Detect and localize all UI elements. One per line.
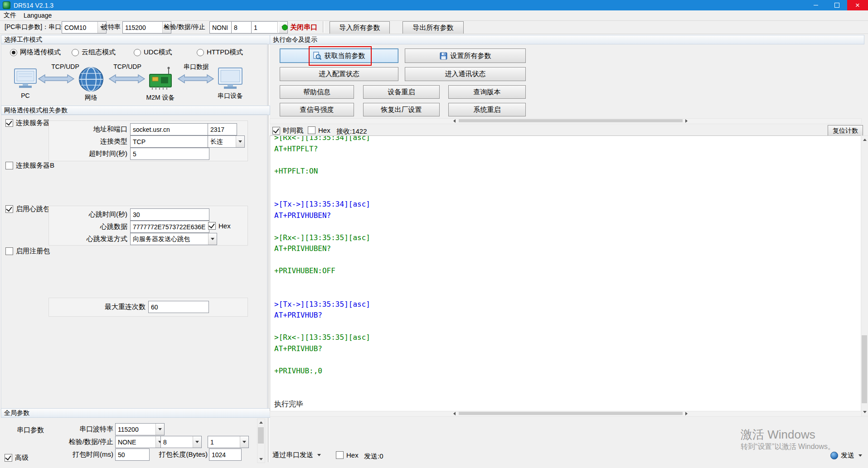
chevron-down-icon <box>317 454 321 456</box>
server-address-input[interactable]: socket.usr.cn <box>130 123 209 135</box>
maximize-button[interactable] <box>826 0 847 10</box>
radio-httpd-mode[interactable]: HTTPD模式 <box>197 48 243 57</box>
log-h-scrollbar[interactable] <box>270 411 862 417</box>
server-a-checkbox[interactable]: 连接服务器A <box>5 119 54 127</box>
conn-type-select[interactable]: TCP <box>130 135 217 148</box>
import-all-params-button[interactable]: 导入所有参数 <box>330 21 390 34</box>
radio-icon <box>72 49 79 56</box>
pack-len-label: 打包长度(Bytes) <box>154 450 208 459</box>
log-line <box>274 177 859 188</box>
log-line <box>274 221 859 232</box>
close-port-button[interactable]: 关闭串口 <box>290 23 317 32</box>
log-line: +PRIVHUB:,0 <box>274 366 859 377</box>
log-line <box>274 376 859 388</box>
get-current-params-button[interactable]: 获取当前参数 <box>280 48 398 63</box>
log-line: >[Rx<-][13:35:34][asc] <box>274 135 859 144</box>
commands-h-scrollbar[interactable] <box>270 118 862 124</box>
g-stopbits-select[interactable]: 1 <box>208 436 249 448</box>
register-checkbox[interactable]: 启用注册包 <box>5 247 50 256</box>
radio-icon <box>134 49 141 56</box>
hb-hex-checkbox[interactable]: Hex <box>208 222 231 230</box>
global-params-scrollbar[interactable] <box>257 419 265 463</box>
g-databits-select[interactable]: 8 <box>160 436 202 448</box>
hb-data-input[interactable]: 7777772E7573722E636E <box>130 221 209 233</box>
factory-reset-button[interactable]: 恢复出厂设置 <box>363 103 440 116</box>
log-lines: >[Rx<-][13:35:34][asc]AT+HTPFLT? +HTPFLT… <box>274 135 859 410</box>
help-badge-icon[interactable] <box>830 452 838 459</box>
log-line <box>274 388 859 399</box>
app-icon <box>3 1 10 9</box>
send-via-serial-dropdown[interactable]: 通过串口发送 <box>272 451 321 459</box>
conn-type-label: 连接类型 <box>51 137 127 146</box>
minimize-icon <box>814 5 818 5</box>
chevron-down-icon[interactable] <box>240 436 248 448</box>
enter-config-button[interactable]: 进入配置状态 <box>280 67 398 81</box>
hb-mode-select[interactable]: 向服务器发送心跳包 <box>130 233 217 245</box>
device-restart-button[interactable]: 设备重启 <box>363 85 440 99</box>
chevron-down-icon <box>858 454 862 457</box>
export-all-params-button[interactable]: 导出所有参数 <box>402 21 464 34</box>
checkbox-icon <box>5 119 13 127</box>
hb-time-input[interactable]: 30 <box>130 208 209 221</box>
server-b-checkbox[interactable]: 连接服务器B <box>5 161 54 170</box>
radio-udc-mode[interactable]: UDC模式 <box>134 48 172 57</box>
timeout-label: 超时时间(秒) <box>51 150 127 158</box>
log-line <box>274 288 859 299</box>
menu-file[interactable]: 文件 <box>0 10 20 20</box>
pack-len-input[interactable]: 1024 <box>209 449 242 461</box>
g-baud-select[interactable]: 115200 <box>115 423 165 435</box>
com-port-select[interactable]: COM10 <box>62 21 107 34</box>
log-v-scrollbar[interactable] <box>861 135 868 416</box>
log-area[interactable]: >[Rx<-][13:35:34][asc]AT+HTPFLT? +HTPFLT… <box>270 135 862 411</box>
menu-language[interactable]: Language <box>20 11 55 20</box>
radio-cloud-mode[interactable]: 云组态模式 <box>72 48 116 57</box>
log-line: AT+PRIVHUBEN? <box>274 243 859 255</box>
serial-data-arrow-icon <box>178 74 214 84</box>
chevron-down-icon[interactable] <box>236 136 244 147</box>
keepalive-select[interactable]: 长连 <box>208 135 245 148</box>
server-port-input[interactable]: 2317 <box>208 123 237 135</box>
log-line <box>274 188 859 199</box>
commands-header: 执行命令及提示 <box>270 35 864 44</box>
m2m-device-icon <box>148 66 173 91</box>
close-button[interactable]: × <box>847 0 868 10</box>
pack-time-input[interactable]: 50 <box>115 449 150 461</box>
set-all-params-button[interactable]: 设置所有参数 <box>405 48 526 63</box>
pc-monitor-icon <box>14 68 37 90</box>
chevron-down-icon[interactable] <box>193 436 201 448</box>
addr-label: 地址和端口 <box>51 125 127 134</box>
advanced-checkbox[interactable]: 高级 <box>5 454 29 462</box>
log-hex-checkbox[interactable]: Hex <box>308 126 330 134</box>
log-line <box>274 154 859 166</box>
system-restart-button[interactable]: 系统重启 <box>448 103 526 116</box>
minimize-button[interactable] <box>805 0 826 10</box>
checkbox-icon <box>208 222 216 230</box>
log-line: AT+HTPFLT? <box>274 144 859 155</box>
m2m-label: M2M 设备 <box>146 94 175 102</box>
reset-counter-button[interactable]: 复位计数 <box>828 125 863 136</box>
g-parity-select[interactable]: NONE <box>115 436 165 448</box>
chevron-down-icon[interactable] <box>155 424 164 435</box>
timeout-input[interactable]: 5 <box>130 148 209 160</box>
help-info-button[interactable]: 帮助信息 <box>280 85 354 99</box>
checkbox-icon <box>5 162 13 169</box>
log-line <box>274 255 859 266</box>
network-label: 网络 <box>78 94 104 102</box>
chevron-down-icon[interactable] <box>208 233 217 245</box>
global-params-header: 全局参数 <box>1 408 270 418</box>
send-button[interactable]: 发送 <box>841 451 862 460</box>
reconnect-input[interactable]: 60 <box>148 301 209 313</box>
g-baud-label: 串口波特率 <box>45 425 113 434</box>
tcp-udp-arrow-icon <box>109 74 145 84</box>
enter-comm-button[interactable]: 进入通讯状态 <box>405 67 526 81</box>
log-line: +HTPFLT:ON <box>274 166 859 177</box>
maximize-icon <box>834 3 839 8</box>
heartbeat-checkbox[interactable]: 启用心跳包 <box>5 205 50 213</box>
send-hex-checkbox[interactable]: Hex <box>336 451 359 459</box>
timestamp-checkbox[interactable]: 时间戳 <box>272 126 303 135</box>
frame-label: 检验/数据/停止 <box>164 23 205 31</box>
app-window: DR514 V2.1.3 × 文件 Language [PC串口参数]：串口号 … <box>0 0 868 468</box>
radio-net-transparent-mode[interactable]: 网络透传模式 <box>10 48 61 57</box>
query-signal-button[interactable]: 查信号强度 <box>280 103 354 116</box>
query-version-button[interactable]: 查询版本 <box>448 85 526 99</box>
